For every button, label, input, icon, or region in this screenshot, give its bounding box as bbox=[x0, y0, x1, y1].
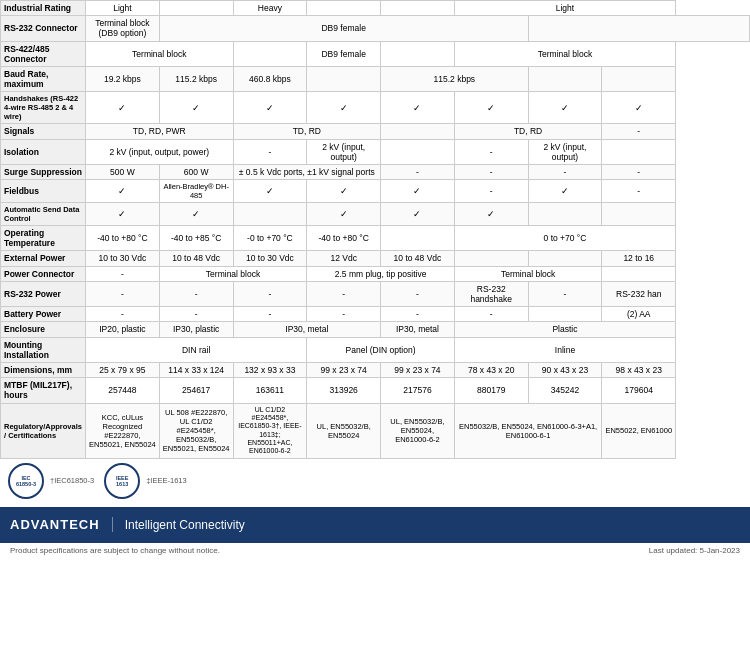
table-cell: - bbox=[233, 281, 307, 306]
specifications-table: Industrial Rating Light Heavy Light RS-2… bbox=[0, 0, 750, 459]
table-cell: -40 to +80 °C bbox=[307, 226, 381, 251]
row-label: External Power bbox=[1, 251, 86, 266]
table-cell: -40 to +85 °C bbox=[159, 226, 233, 251]
table-cell: DB9 female bbox=[159, 16, 528, 41]
row-label: Surge Suppression bbox=[1, 164, 86, 179]
row-label: Baud Rate, maximum bbox=[1, 66, 86, 91]
row-label: Battery Power bbox=[1, 307, 86, 322]
table-cell: Terminal block (DB9 option) bbox=[86, 16, 160, 41]
table-cell: - bbox=[233, 307, 307, 322]
table-row: Dimensions, mm 25 x 79 x 95 114 x 33 x 1… bbox=[1, 362, 750, 377]
row-label: Power Connector bbox=[1, 266, 86, 281]
table-cell: - bbox=[381, 281, 455, 306]
cert-label-ieee1613: ‡IEEE-1613 bbox=[146, 476, 186, 485]
table-cell: ✓ bbox=[233, 180, 307, 203]
row-label: Operating Temperature bbox=[1, 226, 86, 251]
cert-icon-iec61850: IEC 61850-3 bbox=[8, 463, 44, 499]
table-cell bbox=[381, 139, 455, 164]
table-row: MTBF (MIL217F), hours 257448 254617 1636… bbox=[1, 378, 750, 403]
table-cell: 2 kV (input, output) bbox=[307, 139, 381, 164]
table-cell: 115.2 kbps bbox=[381, 66, 529, 91]
table-row: Power Connector - Terminal block 2.5 mm … bbox=[1, 266, 750, 281]
certification-row: IEC 61850-3 †IEC61850-3 IEEE 1613 ‡IEEE-… bbox=[0, 459, 750, 503]
table-cell bbox=[528, 203, 602, 226]
table-cell: 2.5 mm plug, tip positive bbox=[307, 266, 455, 281]
row-label: Automatic Send Data Control bbox=[1, 203, 86, 226]
table-cell: KCC, cULus Recognized #E222870, EN55021,… bbox=[86, 403, 160, 458]
table-cell: IP30, metal bbox=[233, 322, 381, 337]
table-cell: EN55022, EN61000 bbox=[602, 403, 676, 458]
table-cell bbox=[602, 66, 676, 91]
table-cell: - bbox=[86, 266, 160, 281]
table-row: Enclosure IP20, plastic IP30, plastic IP… bbox=[1, 322, 750, 337]
table-cell: - bbox=[159, 281, 233, 306]
table-cell: Terminal block bbox=[454, 266, 602, 281]
table-cell: RS-232 handshake bbox=[454, 281, 528, 306]
table-cell bbox=[602, 139, 676, 164]
row-label: Fieldbus bbox=[1, 180, 86, 203]
row-label: RS-422/485 Connector bbox=[1, 41, 86, 66]
table-cell: - bbox=[86, 281, 160, 306]
table-cell bbox=[528, 307, 602, 322]
table-cell: ✓ bbox=[307, 180, 381, 203]
table-cell: 163611 bbox=[233, 378, 307, 403]
table-row: Automatic Send Data Control ✓ ✓ ✓ ✓ ✓ bbox=[1, 203, 750, 226]
table-cell: 460.8 kbps bbox=[233, 66, 307, 91]
row-label: Industrial Rating bbox=[1, 1, 86, 16]
table-cell bbox=[233, 41, 307, 66]
table-cell: - bbox=[307, 281, 381, 306]
table-cell: - bbox=[454, 307, 528, 322]
row-label: RS-232 Connector bbox=[1, 16, 86, 41]
table-cell: 500 W bbox=[86, 164, 160, 179]
table-cell: 880179 bbox=[454, 378, 528, 403]
table-row: RS-422/485 Connector Terminal block DB9 … bbox=[1, 41, 750, 66]
table-cell: - bbox=[86, 307, 160, 322]
table-cell: Light bbox=[454, 1, 675, 16]
table-cell: (2) AA bbox=[602, 307, 676, 322]
disclaimer-text: Product specifications are subject to ch… bbox=[10, 546, 220, 555]
table-cell: Terminal block bbox=[159, 266, 307, 281]
table-cell: - bbox=[454, 180, 528, 203]
row-label: Regulatory/Approvals/ Certifications bbox=[1, 403, 86, 458]
table-cell: - bbox=[454, 139, 528, 164]
table-cell bbox=[159, 1, 233, 16]
table-cell: 179604 bbox=[602, 378, 676, 403]
table-cell: TD, RD bbox=[454, 124, 602, 139]
table-cell: IP20, plastic bbox=[86, 322, 160, 337]
table-cell: Plastic bbox=[454, 322, 675, 337]
row-label: MTBF (MIL217F), hours bbox=[1, 378, 86, 403]
table-cell: EN55032/B, EN55024, EN61000-6-3+A1, EN61… bbox=[454, 403, 602, 458]
table-row: Baud Rate, maximum 19.2 kbps 115.2 kbps … bbox=[1, 66, 750, 91]
table-row: Signals TD, RD, PWR TD, RD TD, RD - bbox=[1, 124, 750, 139]
table-cell: Inline bbox=[454, 337, 675, 362]
table-row: Mounting Installation DIN rail Panel (DI… bbox=[1, 337, 750, 362]
table-cell: ✓ bbox=[528, 92, 602, 124]
table-row: External Power 10 to 30 Vdc 10 to 48 Vdc… bbox=[1, 251, 750, 266]
table-cell: Terminal block bbox=[454, 41, 675, 66]
table-row: Battery Power - - - - - - (2) AA bbox=[1, 307, 750, 322]
table-cell: ✓ bbox=[86, 180, 160, 203]
table-cell: TD, RD bbox=[233, 124, 381, 139]
table-cell: -0 to +70 °C bbox=[233, 226, 307, 251]
table-cell bbox=[528, 66, 602, 91]
table-row: Fieldbus ✓ Allen-Bradley® DH-485 ✓ ✓ ✓ -… bbox=[1, 180, 750, 203]
table-cell: UL 508 #E222870, UL C1/D2 #E245458*, EN5… bbox=[159, 403, 233, 458]
brand-name: ADVANTECH bbox=[10, 517, 113, 532]
table-cell: 12 Vdc bbox=[307, 251, 381, 266]
table-cell: 10 to 48 Vdc bbox=[381, 251, 455, 266]
table-cell: Light bbox=[86, 1, 160, 16]
table-cell: 600 W bbox=[159, 164, 233, 179]
table-cell: - bbox=[528, 281, 602, 306]
table-cell: IP30, metal bbox=[381, 322, 455, 337]
table-cell: - bbox=[307, 307, 381, 322]
table-row: RS-232 Power - - - - - RS-232 handshake … bbox=[1, 281, 750, 306]
table-cell: 98 x 43 x 23 bbox=[602, 362, 676, 377]
table-cell: UL, EN55032/B, EN55024 bbox=[307, 403, 381, 458]
table-cell: 10 to 30 Vdc bbox=[86, 251, 160, 266]
table-cell: 254617 bbox=[159, 378, 233, 403]
table-cell: ✓ bbox=[454, 92, 528, 124]
table-cell: 132 x 93 x 33 bbox=[233, 362, 307, 377]
regulatory-row: Regulatory/Approvals/ Certifications KCC… bbox=[1, 403, 750, 458]
table-cell: - bbox=[602, 180, 676, 203]
table-cell bbox=[307, 66, 381, 91]
